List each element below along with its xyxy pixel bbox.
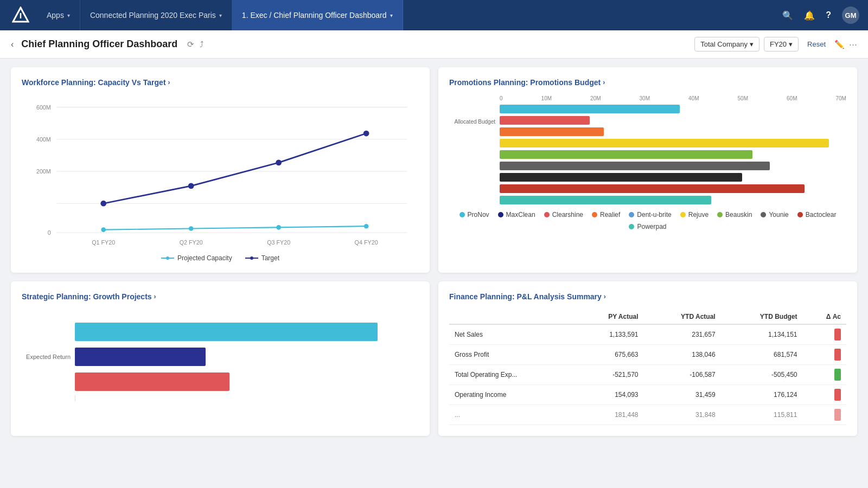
reset-button[interactable]: Reset: [803, 37, 830, 51]
row-label: Operating Income: [449, 385, 574, 405]
svg-point-24: [166, 256, 169, 260]
main-content: Workforce Planning: Capacity Vs Target ›…: [0, 59, 868, 445]
nav-tab-connected[interactable]: Connected Planning 2020 Exec Paris ▾: [80, 0, 232, 30]
more-icon[interactable]: ⋯: [849, 40, 857, 49]
table-row: Operating Income 154,093 31,459 176,124: [449, 385, 846, 405]
svg-point-20: [189, 226, 194, 231]
finance-card: Finance Planning: P&L Analysis Summary ›…: [438, 281, 857, 436]
help-icon[interactable]: ?: [826, 10, 831, 20]
refresh-icon[interactable]: ⟳: [187, 40, 194, 49]
table-row: Gross Profit 675,663 138,046 681,574: [449, 345, 846, 365]
nav-connected-label: Connected Planning 2020 Exec Paris: [90, 11, 216, 20]
chevron-down-icon: ▾: [750, 40, 754, 48]
svg-text:600M: 600M: [36, 104, 51, 111]
workforce-card-title[interactable]: Workforce Planning: Capacity Vs Target ›: [22, 78, 419, 87]
chevron-right-icon: ›: [604, 293, 606, 300]
chevron-right-icon: ›: [603, 79, 605, 86]
finance-table-header: PY Actual YTD Actual YTD Budget Δ Ac: [449, 310, 846, 324]
chevron-right-icon: ›: [168, 79, 170, 86]
row-label: Gross Profit: [449, 345, 574, 365]
avatar[interactable]: GM: [842, 7, 859, 24]
legend-dent-u-brite: Dent-u-brite: [629, 211, 671, 219]
table-row: ... 181,448 31,848 115,811: [449, 405, 846, 425]
legend-target: Target: [245, 254, 279, 262]
legend-younie: Younie: [761, 211, 788, 219]
total-company-filter[interactable]: Total Company ▾: [694, 37, 760, 52]
svg-point-22: [364, 224, 369, 229]
page-title: Chief Planning Officer Dashboard: [21, 38, 177, 50]
sub-header: ‹ Chief Planning Officer Dashboard ⟳ ⤴ T…: [0, 30, 868, 59]
workforce-chart-area: 600M 400M 200M 0 Q1 FY20 Q2 FY20 Q3 FY20…: [22, 95, 419, 249]
svg-point-26: [250, 256, 253, 260]
svg-text:Q3 FY20: Q3 FY20: [267, 239, 290, 246]
promotions-bars: [500, 105, 846, 204]
table-row: Net Sales 1,133,591 231,657 1,134,151: [449, 324, 846, 345]
svg-text:400M: 400M: [36, 136, 51, 143]
row-label: ...: [449, 405, 574, 425]
nav-tab-exec[interactable]: 1. Exec / Chief Planning Officer Dashboa…: [232, 0, 403, 30]
svg-text:200M: 200M: [36, 168, 51, 175]
nav-exec-label: 1. Exec / Chief Planning Officer Dashboa…: [242, 11, 387, 20]
legend-realief: Realief: [592, 211, 620, 219]
col-ytd-actual: YTD Actual: [644, 310, 721, 324]
col-delta: Δ Ac: [802, 310, 846, 324]
fy20-filter[interactable]: FY20 ▾: [764, 37, 799, 52]
legend-clearshine: Clearshine: [544, 211, 583, 219]
svg-text:Q4 FY20: Q4 FY20: [355, 239, 378, 246]
row-label: Total Operating Exp...: [449, 365, 574, 385]
svg-text:Q1 FY20: Q1 FY20: [92, 239, 115, 246]
legend-beauskin: Beauskin: [717, 211, 752, 219]
search-icon[interactable]: 🔍: [782, 10, 793, 21]
svg-point-18: [363, 131, 369, 137]
col-ytd-budget: YTD Budget: [721, 310, 803, 324]
chevron-right-icon: ›: [154, 293, 156, 300]
workforce-card: Workforce Planning: Capacity Vs Target ›…: [11, 67, 430, 273]
app-logo[interactable]: [9, 3, 33, 27]
edit-icon[interactable]: ✏️: [834, 40, 845, 49]
back-button[interactable]: ‹: [11, 40, 14, 49]
svg-point-16: [188, 183, 194, 189]
strategic-card-title[interactable]: Strategic Planning: Growth Projects ›: [22, 292, 419, 301]
svg-point-19: [101, 227, 106, 232]
chevron-down-icon: ▾: [67, 12, 70, 18]
nav-apps-label: Apps: [47, 11, 64, 20]
nav-right-actions: 🔍 🔔 ? GM: [782, 7, 859, 24]
row-label: Net Sales: [449, 324, 574, 345]
legend-pronov: ProNov: [459, 211, 489, 219]
sub-header-filters: Total Company ▾ FY20 ▾ Reset ✏️ ⋯: [694, 37, 857, 52]
finance-table: PY Actual YTD Actual YTD Budget Δ Ac Net…: [449, 310, 846, 425]
nav-tab-apps[interactable]: Apps ▾: [37, 0, 80, 30]
svg-text:Q2 FY20: Q2 FY20: [180, 239, 203, 246]
workforce-line-chart: 600M 400M 200M 0 Q1 FY20 Q2 FY20 Q3 FY20…: [22, 95, 419, 247]
top-nav: Apps ▾ Connected Planning 2020 Exec Pari…: [0, 0, 868, 30]
notification-icon[interactable]: 🔔: [804, 10, 815, 21]
promotions-card-title[interactable]: Promotions Planning: Promotions Budget ›: [449, 78, 846, 87]
legend-bactoclear: Bactoclear: [797, 211, 837, 219]
svg-text:0: 0: [48, 229, 51, 236]
legend-projected: Projected Capacity: [161, 254, 232, 262]
table-row: Total Operating Exp... -521,570 -106,587…: [449, 365, 846, 385]
chevron-down-icon: ▾: [789, 40, 793, 48]
legend-powerpad: Powerpad: [629, 223, 666, 230]
col-py-actual: PY Actual: [574, 310, 643, 324]
legend-rejuve: Rejuve: [680, 211, 709, 219]
finance-card-title[interactable]: Finance Planning: P&L Analysis Summary ›: [449, 292, 846, 301]
strategic-card: Strategic Planning: Growth Projects › Ex…: [11, 281, 430, 436]
chevron-down-icon: ▾: [219, 12, 222, 18]
promotions-legend: ProNov MaxClean Clearshine Realief Dent-…: [449, 211, 846, 230]
svg-point-17: [276, 159, 282, 165]
strategic-bars: [75, 323, 419, 391]
share-icon[interactable]: ⤴: [200, 40, 204, 49]
chevron-down-icon: ▾: [390, 12, 393, 18]
workforce-legend: Projected Capacity Target: [22, 254, 419, 262]
promotions-card: Promotions Planning: Promotions Budget ›…: [438, 67, 857, 273]
svg-point-15: [100, 201, 106, 207]
legend-maxclean: MaxClean: [498, 211, 535, 219]
svg-point-21: [276, 225, 281, 230]
